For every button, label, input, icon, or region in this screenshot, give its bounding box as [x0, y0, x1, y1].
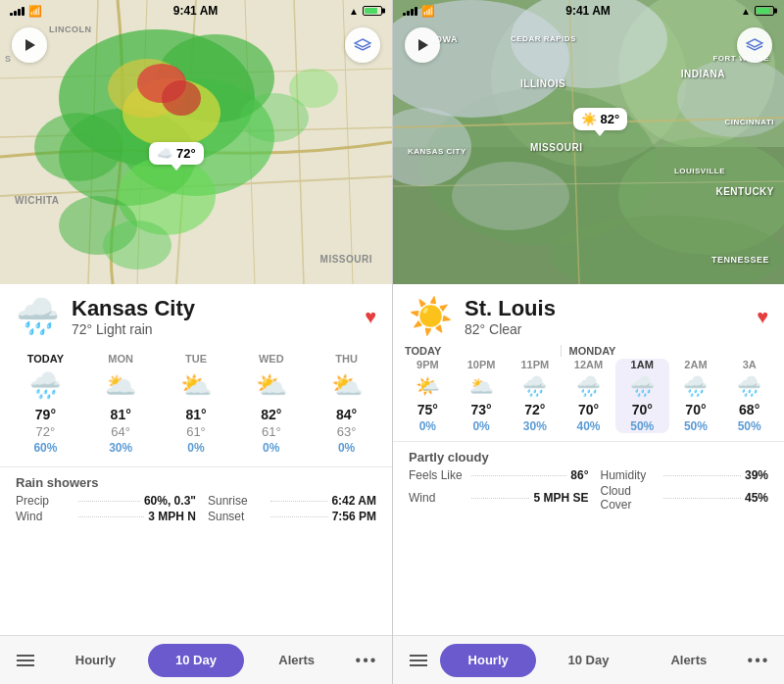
forecast-high-wed: 82°: [261, 407, 281, 422]
state-s-label: S: [5, 54, 12, 64]
status-right-right: ▲: [741, 6, 774, 17]
left-detail-dots-sunset: [270, 516, 328, 517]
left-city-details: Kansas City 72° Light rain: [72, 296, 353, 337]
left-forecast-row: TODAY 🌧️ 79° 72° 60% MON 🌥️ 81° 64° 30% …: [0, 345, 392, 467]
forecast-high-today: 79°: [35, 407, 56, 422]
label-tennessee: TENNESSEE: [711, 255, 769, 265]
play-button-left[interactable]: [12, 27, 47, 63]
forecast-precip-today: 60%: [33, 441, 57, 455]
city-label-lincoln: Lincoln: [49, 24, 92, 34]
left-details-title: Rain showers: [16, 475, 376, 490]
forecast-icon-today: 🌧️: [29, 370, 61, 401]
label-louisville: Louisville: [674, 167, 725, 175]
hourly-icon-12am: 🌧️: [576, 374, 601, 398]
hourly-precip-12am: 40%: [577, 419, 601, 433]
right-map: IOWA Cedar Rapids Fort Wayne ILLINOIS IN…: [393, 0, 784, 284]
time-right: 9:41 AM: [565, 4, 611, 18]
label-missouri: MISSOURI: [530, 142, 582, 153]
temp-bubble-right: ☀️ 82°: [573, 108, 628, 130]
left-detail-value-wind: 3 MPH N: [148, 510, 196, 523]
battery-left: [363, 6, 382, 16]
left-detail-label-precip: Precip: [16, 494, 74, 508]
wifi-left: 📶: [28, 5, 42, 18]
svg-marker-25: [355, 39, 370, 47]
right-tab-hourly[interactable]: Hourly: [440, 644, 536, 677]
right-favorite-icon[interactable]: ♥: [757, 306, 768, 328]
layers-button-left[interactable]: [345, 27, 380, 63]
hourly-icon-11pm: 🌧️: [522, 374, 547, 398]
left-detail-label-sunset: Sunset: [208, 510, 267, 523]
play-icon-right: [416, 38, 429, 52]
hourly-icon-2am: 🌧️: [683, 374, 708, 398]
temp-bubble-icon: ☁️: [157, 146, 172, 161]
forecast-low-thu: 63°: [337, 424, 357, 439]
right-detail-label-cloudcover: Cloud Cover: [601, 484, 660, 512]
right-hourly-headers: TODAY MONDAY: [393, 345, 784, 359]
temp-bubble-sun-icon: ☀️: [581, 112, 597, 126]
forecast-high-tue: 81°: [185, 407, 206, 422]
right-detail-dots-wind: [471, 498, 529, 499]
forecast-label-today: TODAY: [27, 353, 64, 365]
hourly-label-1am: 1AM: [631, 359, 654, 370]
layers-button-right[interactable]: [737, 27, 772, 63]
left-city-header: 🌧️ Kansas City 72° Light rain ♥: [0, 284, 392, 345]
status-bar-left: 📶 9:41 AM ▲: [0, 0, 392, 22]
left-detail-sunrise: Sunrise 6:42 AM: [196, 494, 376, 508]
left-weather-info: 🌧️ Kansas City 72° Light rain ♥ TODAY 🌧️…: [0, 284, 392, 635]
right-tab-10day[interactable]: 10 Day: [540, 644, 636, 677]
hourly-temp-1am: 70°: [632, 402, 653, 417]
forecast-icon-wed: ⛅: [256, 370, 287, 401]
right-panel: IOWA Cedar Rapids Fort Wayne ILLINOIS IN…: [392, 0, 784, 684]
left-city-temp-desc: 72° Light rain: [72, 321, 353, 337]
svg-marker-46: [418, 39, 428, 51]
left-tab-10day[interactable]: 10 Day: [148, 644, 245, 677]
left-detail-dots-precip: [78, 501, 140, 502]
hourly-label-10pm: 10PM: [467, 359, 496, 370]
state-label: MISSOURI: [320, 254, 372, 265]
forecast-day-mon: MON 🌥️ 81° 64° 30%: [83, 349, 159, 459]
right-city-header: ☀️ St. Louis 82° Clear ♥: [393, 284, 784, 345]
forecast-low-tue: 61°: [186, 424, 206, 439]
left-hamburger-btn[interactable]: [8, 644, 43, 677]
hourly-label-3a: 3A: [743, 359, 757, 370]
time-left: 9:41 AM: [173, 4, 219, 18]
right-detail-value-humidity: 39%: [745, 468, 768, 482]
layers-icon-right: [746, 38, 763, 52]
forecast-label-wed: WED: [259, 353, 284, 365]
forecast-high-thu: 84°: [336, 407, 357, 422]
forecast-low-today: 72°: [36, 424, 56, 439]
left-tab-more[interactable]: •••: [349, 644, 384, 677]
svg-point-18: [162, 80, 201, 116]
right-detail-feels: Feels Like 86°: [409, 468, 589, 482]
hourly-9pm: 9PM 🌤️ 75° 0%: [401, 359, 455, 433]
hourly-label-12am: 12AM: [574, 359, 603, 370]
hourly-precip-2am: 50%: [684, 419, 708, 433]
left-tab-hourly[interactable]: Hourly: [47, 644, 144, 677]
monday-header: MONDAY: [561, 345, 776, 357]
hourly-label-11pm: 11PM: [520, 359, 549, 370]
signal-right: [403, 6, 417, 16]
forecast-day-wed: WED ⛅ 82° 61° 0%: [233, 349, 309, 459]
hourly-10pm: 10PM 🌥️ 73° 0%: [455, 359, 509, 433]
left-favorite-icon[interactable]: ♥: [365, 306, 376, 328]
left-detail-sunset: Sunset 7:56 PM: [196, 510, 376, 523]
forecast-label-mon: MON: [108, 353, 133, 365]
hourly-precip-9pm: 0%: [419, 419, 436, 433]
right-city-temp-desc: 82° Clear: [465, 321, 745, 337]
right-tab-more[interactable]: •••: [741, 644, 776, 677]
right-detail-label-feels: Feels Like: [409, 468, 467, 482]
right-hamburger-btn[interactable]: [401, 644, 436, 677]
left-city-icon: 🌧️: [16, 296, 60, 337]
battery-right: [755, 6, 774, 16]
hourly-precip-1am: 50%: [630, 419, 654, 433]
forecast-day-thu: THU ⛅ 84° 63° 0%: [309, 349, 384, 459]
left-tab-alerts[interactable]: Alerts: [248, 644, 345, 677]
right-map-bg: IOWA Cedar Rapids Fort Wayne ILLINOIS IN…: [393, 0, 784, 284]
play-button-right[interactable]: [405, 27, 440, 63]
left-detail-value-precip: 60%, 0.3": [144, 494, 196, 508]
left-details-section: Rain showers Precip 60%, 0.3" Sunrise 6:…: [0, 467, 392, 635]
hourly-precip-3a: 50%: [738, 419, 761, 433]
forecast-precip-wed: 0%: [263, 441, 279, 455]
right-tab-alerts[interactable]: Alerts: [641, 644, 737, 677]
right-detail-humidity: Humidity 39%: [589, 468, 769, 482]
